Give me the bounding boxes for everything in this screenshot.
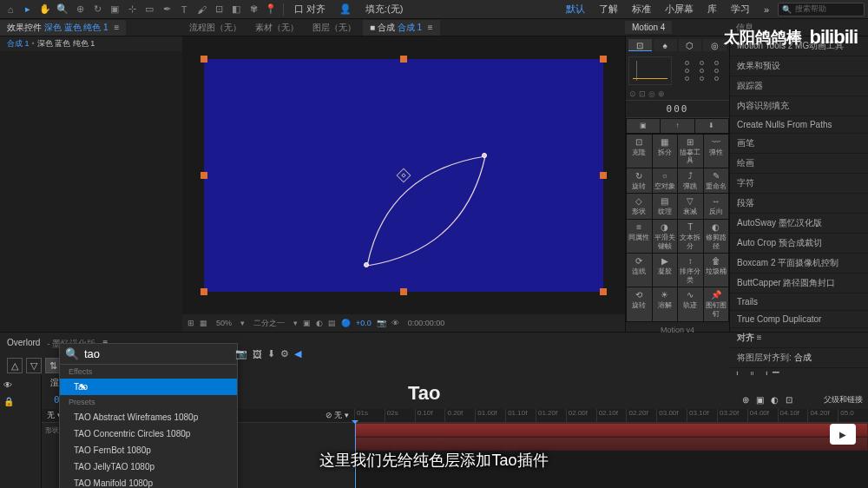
motion-button[interactable]: ∿轨迹 [678,287,703,320]
roto-tool-icon[interactable]: ✾ [247,3,260,16]
motion-button[interactable]: ◑平滑关键帧 [653,220,678,253]
effect-controls-tab[interactable]: 效果控件 深色 蓝色 纯色 1 ≡ [0,20,126,36]
camera-tool-icon[interactable]: ▣ [108,3,122,16]
motion-button[interactable]: ↕排序分类 [678,254,703,287]
motion4-tab[interactable]: Motion 4 [625,21,672,34]
motion-tab-3[interactable]: ⬡ [679,39,702,51]
motion-button[interactable]: 📌图钉图钉 [704,287,729,320]
motion-act-icon[interactable]: ↑ [661,119,694,133]
text-tool-icon[interactable]: T [177,3,191,16]
ov-push-icon[interactable]: △ [7,358,23,373]
transparency-icon[interactable]: ▣ [303,319,311,327]
effects-search-input[interactable] [84,347,230,360]
layer-track-bar[interactable] [354,423,868,437]
eye-icon[interactable]: 👁 [0,375,41,395]
ov-pull-icon[interactable]: ▽ [26,358,42,373]
download-icon[interactable]: ⬇ [267,348,275,359]
side-panel-item[interactable]: Boxcam 2 平面摄像机控制 [730,254,868,274]
close-icon[interactable]: ≡ [114,23,119,32]
side-panel-item[interactable]: Trails [730,293,868,311]
side-panel-item[interactable]: 内容识别填充 [730,96,868,116]
motion-button[interactable]: ≡同属性 [627,220,652,253]
overlord-tab[interactable]: Overlord [7,338,40,350]
side-panel-item[interactable]: 效果和预设 [730,56,868,76]
side-panel-item[interactable]: True Comp Duplicator [730,311,868,328]
side-panel-item[interactable]: 字符 [730,174,868,194]
motion-act-icon[interactable]: ▣ [627,119,660,133]
motion-button[interactable]: 〰弹性 [704,135,729,168]
resolution-dropdown[interactable]: 二分之一 [250,317,288,330]
motion-button[interactable]: ⟳连线 [627,254,652,287]
exposure-value[interactable]: +0.0 [356,319,372,327]
rotate-tool-icon[interactable]: ↻ [90,3,104,16]
workspace-lib[interactable]: 库 [702,1,722,17]
canvas[interactable] [204,59,603,292]
camera-icon[interactable]: 📷 [235,348,247,359]
workspace-study[interactable]: 学习 [726,1,755,17]
motion-tab-2[interactable]: ♠ [654,39,677,51]
motion-button[interactable]: ⤴弹跳 [678,168,703,194]
align-toggle[interactable]: 口 对齐 [289,1,331,17]
toggle-icon[interactable]: ◎ [648,89,655,98]
orbit-tool-icon[interactable]: ⊕ [73,3,87,16]
layer-track-bar[interactable] [354,437,868,451]
pen-tool-icon[interactable]: ✒ [160,3,174,16]
motion-button[interactable]: ○空对象 [653,168,678,194]
side-panel-item[interactable]: ButtCapper 路径圆角封口 [730,274,868,293]
align-panel-header[interactable]: 对齐 ≡ [730,328,868,348]
path-vertex[interactable] [364,262,369,267]
color-icon[interactable]: 🔵 [341,319,351,327]
gear-icon[interactable]: ⚙ [280,348,289,359]
shape-tool-icon[interactable]: ▭ [142,3,156,16]
motion-button[interactable]: ▦拆分 [653,135,678,168]
path-vertex[interactable] [482,153,487,158]
tl-icon[interactable]: ⊕ [742,395,749,405]
motion-button[interactable]: 🗑垃圾桶 [704,254,729,287]
motion-button[interactable]: ▤纹理 [653,194,678,219]
snapshot-icon[interactable]: 📷 [377,319,386,327]
footage-tab[interactable]: 素材（无） [248,20,306,36]
selection-tool-icon[interactable]: ▸ [21,3,35,16]
motion-button[interactable]: ↻旋转 [627,168,652,194]
region-icon[interactable]: ⊞ [187,319,194,327]
puppet-tool-icon[interactable]: 📍 [264,3,278,16]
tl-icon[interactable]: ◐ [771,395,779,405]
fx-result-item[interactable]: TAO Abstract Wireframes 1080p [60,409,237,425]
motion-act-icon[interactable]: ⬇ [695,119,728,133]
side-panel-item[interactable]: 画笔 [730,134,868,154]
tl-icon[interactable]: ⊡ [786,395,792,405]
side-panel-item[interactable]: Auto Crop 预合成裁切 [730,234,868,254]
side-panel-item[interactable]: AutoSway 墨忆汉化版 [730,214,868,234]
side-panel-item[interactable]: Create Nulls From Paths [730,116,868,134]
fx-result-item[interactable]: TAO Manifold 1080p [60,475,237,488]
side-panel-item[interactable]: 段落 [730,194,868,214]
mask-icon[interactable]: ▤ [328,319,336,327]
motion-button[interactable]: ✎重命名 [704,168,729,194]
stamp-tool-icon[interactable]: ⊡ [212,3,226,16]
side-panel-item[interactable]: 跟踪器 [730,76,868,96]
zoom-dropdown[interactable]: 50% [213,318,235,328]
motion-button[interactable]: ◇形状 [627,194,652,219]
dropdown-none2[interactable]: ⊘ 无 ▾ [326,410,349,421]
layer-tab[interactable]: 图层（无） [306,20,363,36]
motion-button[interactable]: ⟲旋转 [627,287,652,320]
grid-icon[interactable]: ▦ [200,319,207,327]
anchor-tool-icon[interactable]: ⊹ [125,3,139,16]
workspace-default[interactable]: 默认 [561,1,590,17]
fx-result-item[interactable]: TAO FernBot 1080p [60,442,237,458]
flowchart-tab[interactable]: 流程图（无） [182,20,248,36]
toggle-icon[interactable]: ⊙ [629,89,636,98]
reveal-icon[interactable]: 👁 [391,319,399,327]
motion-button[interactable]: ⊞描摹工具 [678,135,703,168]
hand-tool-icon[interactable]: ✋ [38,3,52,16]
motion-button[interactable]: ▶凝胶 [653,254,678,287]
eraser-tool-icon[interactable]: ◧ [229,3,243,16]
lock-icon[interactable]: 🔒 [0,395,41,408]
tl-icon[interactable]: ▣ [756,395,764,405]
fx-result-item[interactable]: TAO Concentric Circles 1080p [60,425,237,442]
motion-button[interactable]: ⊡克隆 [627,135,652,168]
motion-button[interactable]: ▽衰减 [678,194,703,219]
fx-result-item[interactable]: TAO JellyTAO 1080p [60,458,237,475]
help-search[interactable]: 🔍 搜索帮助 [778,3,865,16]
home-icon[interactable]: ⌂ [3,3,17,16]
